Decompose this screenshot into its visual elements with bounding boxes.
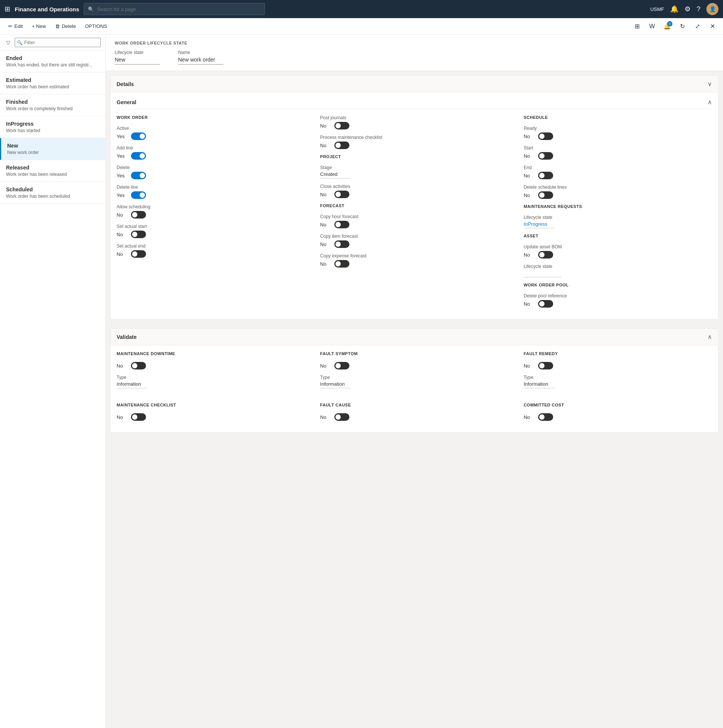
delete-pool-reference-toggle[interactable]	[538, 300, 553, 308]
delete-pool-reference-field: Delete pool reference No	[524, 293, 712, 308]
delete-toggle[interactable]	[131, 172, 146, 179]
sidebar-item-inprogress[interactable]: InProgress Work has started	[0, 116, 105, 138]
fault-symptom-toggle[interactable]	[334, 362, 349, 369]
general-grid: WORK ORDER Active Yes Add line Yes	[117, 115, 712, 313]
active-toggle[interactable]	[131, 132, 146, 140]
search-input[interactable]	[97, 6, 261, 12]
delete-field: Delete Yes	[117, 165, 305, 179]
options-button[interactable]: OPTIONS	[81, 21, 111, 31]
set-actual-end-field: Set actual end No	[117, 243, 305, 258]
asset-lifecycle-field: Lifecycle state	[524, 264, 712, 277]
maintenance-requests-subsection: MAINTENANCE REQUESTS Lifecycle state InP…	[524, 204, 712, 228]
validate-section-header[interactable]: Validate ∧	[111, 329, 718, 345]
edit-icon: ✏	[8, 23, 12, 29]
project-subsection: PROJECT Stage Created Close activities N…	[320, 154, 508, 198]
fault-cause-col: FAULT CAUSE No	[320, 403, 508, 426]
delete-line-toggle[interactable]	[131, 191, 146, 199]
sidebar-item-finished[interactable]: Finished Work order is completely finish…	[0, 94, 105, 116]
lifecycle-fields: Lifecycle state New Name New work order	[115, 50, 714, 65]
copy-expense-forecast-field: Copy expense forecast No	[320, 253, 508, 268]
maximize-button[interactable]: ⤢	[691, 20, 703, 32]
notifications-button[interactable]: 🔔0	[661, 20, 673, 32]
validate-section-card: Validate ∧ MAINTENANCE DOWNTIME No	[110, 328, 718, 432]
copy-hour-forecast-toggle[interactable]	[334, 221, 349, 228]
content-area: WORK ORDER LIFECYCLE STATE Lifecycle sta…	[106, 35, 723, 728]
close-button[interactable]: ✕	[706, 20, 718, 32]
edit-button[interactable]: ✏ Edit	[5, 21, 26, 31]
maintenance-checklist-toggle-field: No	[117, 413, 305, 421]
maintenance-checklist-toggle[interactable]	[131, 413, 146, 421]
lifecycle-state-field: Lifecycle state New	[115, 50, 160, 65]
refresh-button[interactable]: ↻	[676, 20, 688, 32]
fault-cause-toggle-field: No	[320, 413, 508, 421]
close-activities-toggle[interactable]	[334, 191, 349, 198]
end-field: End No	[524, 165, 712, 179]
details-section-body: General ∧ WORK ORDER Active Yes	[111, 92, 718, 319]
process-maintenance-checklist-field: Process maintenance checklist No	[320, 135, 508, 149]
grid-icon[interactable]: ⊞	[5, 5, 10, 13]
fault-symptom-toggle-field: No	[320, 362, 508, 369]
asset-subsection: ASSET Update asset BOM No Lifecycle stat…	[524, 234, 712, 277]
update-asset-bom-toggle[interactable]	[538, 251, 553, 259]
details-chevron-icon: ∨	[708, 80, 712, 88]
maintenance-downtime-toggle-field: No	[117, 362, 305, 369]
fault-remedy-toggle[interactable]	[538, 362, 553, 369]
copy-expense-forecast-toggle[interactable]	[334, 260, 349, 268]
post-journals-toggle[interactable]	[334, 122, 349, 129]
view-toggle-button[interactable]: ⊞	[631, 20, 643, 32]
ready-field: Ready No	[524, 126, 712, 140]
right-col: SCHEDULE Ready No Start No	[524, 115, 712, 313]
delete-schedule-lines-field: Delete schedule lines No	[524, 185, 712, 199]
committed-cost-col: COMMITTED COST No	[524, 403, 712, 426]
sidebar-item-released[interactable]: Released Work order has been released	[0, 160, 105, 182]
ready-toggle[interactable]	[538, 132, 553, 140]
fault-symptom-type-field: Type Information	[320, 375, 508, 388]
set-actual-start-toggle[interactable]	[131, 231, 146, 238]
sidebar-filter-input[interactable]	[15, 38, 101, 47]
start-toggle[interactable]	[538, 152, 553, 160]
close-activities-field: Close activities No	[320, 184, 508, 198]
update-asset-bom-field: Update asset BOM No	[524, 244, 712, 259]
top-navigation: ⊞ Finance and Operations 🔍 USMF 🔔 ⚙ ? 👤	[0, 0, 723, 18]
set-actual-end-toggle[interactable]	[131, 250, 146, 258]
start-field: Start No	[524, 145, 712, 160]
settings-icon[interactable]: ⚙	[685, 5, 691, 13]
validate-chevron-icon: ∧	[708, 333, 712, 340]
copy-item-forecast-field: Copy item forecast No	[320, 234, 508, 248]
end-toggle[interactable]	[538, 172, 553, 179]
stage-field: Stage Created	[320, 165, 508, 179]
validate-grid: MAINTENANCE DOWNTIME No Type Information	[117, 351, 712, 426]
fault-remedy-toggle-field: No	[524, 362, 712, 369]
fault-cause-toggle[interactable]	[334, 413, 349, 421]
middle-col: Post journals No Process maintenance che…	[320, 115, 508, 313]
sidebar-item-new[interactable]: New New work order	[0, 138, 105, 160]
fault-symptom-col: FAULT SYMPTOM No Type Information	[320, 351, 508, 394]
new-button[interactable]: + New	[28, 21, 49, 31]
general-chevron-icon[interactable]: ∧	[708, 99, 712, 106]
set-actual-start-field: Set actual start No	[117, 224, 305, 238]
copy-hour-forecast-field: Copy hour forecast No	[320, 214, 508, 228]
maintenance-requests-lifecycle-field: Lifecycle state InProgress	[524, 215, 712, 228]
delete-button[interactable]: 🗑 Delete	[51, 21, 80, 31]
avatar[interactable]: 👤	[706, 3, 718, 15]
add-line-toggle[interactable]	[131, 152, 146, 160]
general-title: General	[117, 99, 136, 105]
committed-cost-toggle[interactable]	[538, 413, 553, 421]
delete-icon: 🗑	[55, 23, 60, 29]
copy-item-forecast-toggle[interactable]	[334, 240, 349, 248]
filter-toggle-icon[interactable]: ▽	[5, 38, 12, 47]
allow-scheduling-toggle[interactable]	[131, 211, 146, 219]
forecast-subsection: FORECAST Copy hour forecast No Copy item…	[320, 203, 508, 268]
notification-icon[interactable]: 🔔	[670, 5, 678, 13]
details-section-header[interactable]: Details ∨	[111, 76, 718, 92]
maintenance-downtime-toggle[interactable]	[131, 362, 146, 369]
global-search[interactable]: 🔍	[84, 3, 265, 15]
delete-schedule-lines-toggle[interactable]	[538, 191, 553, 199]
sidebar-item-ended[interactable]: Ended Work has ended, but there are stil…	[0, 51, 105, 72]
sidebar-item-estimated[interactable]: Estimated Work order has been estimated	[0, 72, 105, 94]
validate-section-body: MAINTENANCE DOWNTIME No Type Information	[111, 345, 718, 432]
sidebar-item-scheduled[interactable]: Scheduled Work order has been scheduled	[0, 182, 105, 204]
word-button[interactable]: W	[646, 20, 658, 32]
process-maintenance-toggle[interactable]	[334, 142, 349, 149]
help-icon[interactable]: ?	[697, 5, 700, 13]
